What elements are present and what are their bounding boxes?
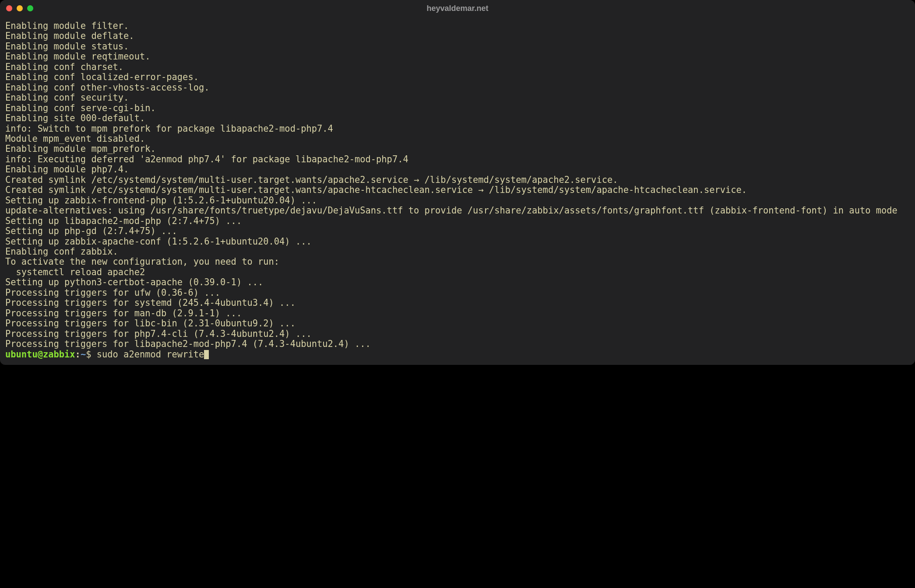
terminal-output-line: To activate the new configuration, you n… bbox=[5, 256, 279, 267]
prompt-symbol: $ bbox=[86, 349, 97, 360]
terminal-output-line: Setting up libapache2-mod-php (2:7.4+75)… bbox=[5, 216, 242, 226]
titlebar: heyvaldemar.net bbox=[0, 0, 915, 17]
close-icon[interactable] bbox=[6, 5, 12, 11]
minimize-icon[interactable] bbox=[17, 5, 23, 11]
prompt-user-host: ubuntu@zabbix bbox=[5, 349, 75, 360]
terminal-output-line: Processing triggers for php7.4-cli (7.4.… bbox=[5, 329, 312, 339]
terminal-output-line: Enabling module filter. bbox=[5, 21, 129, 31]
terminal-output-line: Setting up php-gd (2:7.4+75) ... bbox=[5, 226, 177, 236]
terminal-output-line: Module mpm_event disabled. bbox=[5, 133, 145, 144]
terminal-output-line: systemctl reload apache2 bbox=[5, 267, 145, 277]
maximize-icon[interactable] bbox=[27, 5, 33, 11]
terminal-output-line: update-alternatives: using /usr/share/fo… bbox=[5, 205, 897, 216]
terminal-output-line: Enabling module status. bbox=[5, 41, 129, 52]
prompt-path: ~ bbox=[81, 349, 86, 360]
terminal-output-line: Enabling conf zabbix. bbox=[5, 246, 118, 257]
terminal-output-line: Enabling site 000-default. bbox=[5, 113, 145, 123]
terminal-output-line: Processing triggers for man-db (2.9.1-1)… bbox=[5, 308, 242, 318]
traffic-lights bbox=[6, 5, 33, 11]
terminal-window: heyvaldemar.net Enabling module filter. … bbox=[0, 0, 915, 365]
terminal-output-line: Enabling module mpm_prefork. bbox=[5, 144, 156, 154]
prompt-line: ubuntu@zabbix:~$ sudo a2enmod rewrite bbox=[5, 349, 209, 360]
command-input[interactable]: sudo a2enmod rewrite bbox=[97, 349, 204, 360]
terminal-output-line: info: Executing deferred 'a2enmod php7.4… bbox=[5, 154, 408, 164]
terminal-output-line: Enabling module php7.4. bbox=[5, 164, 129, 175]
terminal-output-line: Processing triggers for libapache2-mod-p… bbox=[5, 339, 371, 349]
terminal-output-line: Setting up zabbix-apache-conf (1:5.2.6-1… bbox=[5, 236, 312, 247]
terminal-output-line: Processing triggers for libc-bin (2.31-0… bbox=[5, 318, 296, 329]
terminal-output-line: Processing triggers for ufw (0.36-6) ... bbox=[5, 287, 220, 298]
terminal-output-line: Processing triggers for systemd (245.4-4… bbox=[5, 298, 296, 308]
terminal-output-line: Setting up zabbix-frontend-php (1:5.2.6-… bbox=[5, 195, 317, 206]
cursor-icon bbox=[204, 350, 209, 359]
terminal-output-line: Enabling conf charset. bbox=[5, 62, 123, 72]
terminal-output-line: Setting up python3-certbot-apache (0.39.… bbox=[5, 277, 263, 287]
terminal-output-line: Enabling conf other-vhosts-access-log. bbox=[5, 82, 210, 93]
window-title: heyvaldemar.net bbox=[426, 4, 488, 13]
terminal-output-line: Enabling module reqtimeout. bbox=[5, 51, 150, 62]
terminal-body[interactable]: Enabling module filter. Enabling module … bbox=[0, 17, 915, 365]
terminal-output-line: Created symlink /etc/systemd/system/mult… bbox=[5, 175, 618, 185]
terminal-output-line: Enabling module deflate. bbox=[5, 31, 134, 41]
terminal-output-line: Enabling conf localized-error-pages. bbox=[5, 72, 199, 82]
terminal-output-line: Enabling conf security. bbox=[5, 92, 129, 103]
terminal-output-line: Created symlink /etc/systemd/system/mult… bbox=[5, 185, 747, 195]
terminal-output-line: info: Switch to mpm prefork for package … bbox=[5, 123, 333, 134]
terminal-output-line: Enabling conf serve-cgi-bin. bbox=[5, 103, 156, 113]
prompt-colon: : bbox=[75, 349, 81, 360]
